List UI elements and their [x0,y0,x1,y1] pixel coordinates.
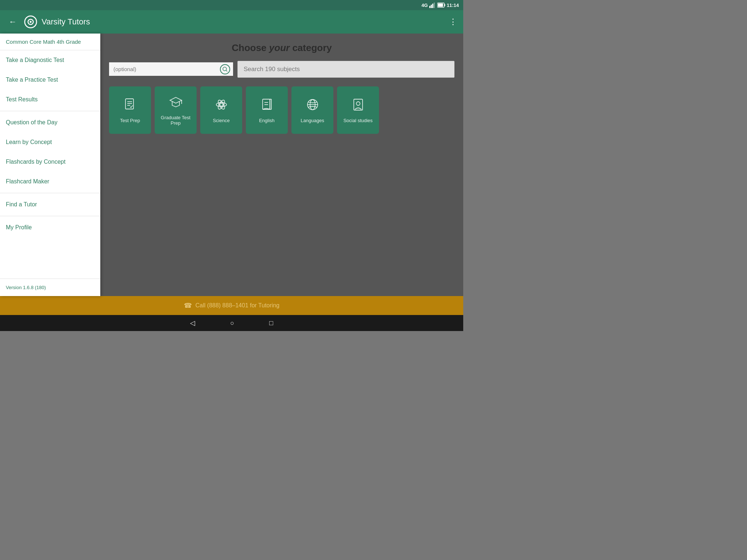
status-bar: 4G 11:14 [0,0,463,10]
svg-rect-32 [354,99,363,110]
search-subjects-input[interactable] [237,61,454,78]
sidebar-current-subject: Common Core Math 4th Grade [0,34,100,50]
svg-point-9 [30,21,31,23]
categories-row: Test Prep Graduate Test Prep [109,86,454,134]
sidebar-version: Version 1.6.8 (180) [0,279,100,296]
category-card-science[interactable]: Science [200,86,242,134]
graduate-test-prep-label: Graduate Test Prep [155,115,197,126]
more-options-button[interactable]: ⋮ [449,17,457,27]
app-title: Varsity Tutors [42,17,90,27]
app-bar-left: ← Varsity Tutors [6,15,90,28]
category-card-english[interactable]: English [246,86,288,134]
svg-point-18 [220,103,223,106]
sidebar-item-flashcard-maker[interactable]: Flashcard Maker [0,172,100,191]
sidebar: Common Core Math 4th Grade Take a Diagno… [0,34,100,296]
page-title: Choose your category [109,42,454,54]
svg-point-33 [356,102,360,105]
signal-bars-icon [429,2,436,8]
sidebar-item-test-results[interactable]: Test Results [0,90,100,109]
svg-rect-6 [438,4,443,7]
social-studies-label: Social studies [341,118,375,123]
nav-home-button[interactable]: ○ [227,318,237,328]
svg-rect-0 [429,6,430,8]
test-prep-icon [123,97,138,114]
signal-indicator: 4G [421,3,427,8]
english-icon [260,97,274,114]
sidebar-item-practice-test[interactable]: Take a Practice Test [0,70,100,90]
filter-input-wrap [109,62,233,77]
social-studies-icon [351,97,365,114]
android-nav-bar: ◁ ○ □ [0,315,463,331]
back-button[interactable]: ← [6,16,20,28]
test-prep-label: Test Prep [118,118,142,123]
sidebar-item-my-profile[interactable]: My Profile [0,218,100,237]
sidebar-item-diagnostic-test[interactable]: Take a Diagnostic Test [0,50,100,70]
main-layout: Common Core Math 4th Grade Take a Diagno… [0,34,463,296]
time-display: 11:14 [447,3,459,8]
graduate-test-prep-icon [169,94,183,111]
nav-back-button[interactable]: ◁ [187,318,198,328]
sidebar-item-find-a-tutor[interactable]: Find a Tutor [0,195,100,214]
svg-rect-5 [444,4,445,6]
sidebar-divider-2 [0,193,100,193]
app-bar: ← Varsity Tutors ⋮ [0,10,463,34]
category-card-languages[interactable]: Languages [291,86,333,134]
sidebar-divider-3 [0,216,100,216]
svg-rect-12 [125,99,133,109]
svg-rect-3 [434,3,435,8]
svg-marker-16 [170,97,182,103]
phone-icon: ☎ [184,302,192,310]
filter-input[interactable] [109,62,233,77]
category-card-graduate-test-prep[interactable]: Graduate Test Prep [155,86,197,134]
sidebar-item-learn-by-concept[interactable]: Learn by Concept [0,132,100,152]
svg-rect-1 [431,5,432,8]
svg-line-11 [226,70,227,71]
choose-title-italic: your [269,42,290,53]
filter-icon-button[interactable] [220,64,230,74]
sidebar-item-flashcards-by-concept[interactable]: Flashcards by Concept [0,152,100,172]
nav-recent-button[interactable]: □ [266,318,276,328]
svg-point-10 [223,67,227,71]
battery-icon [437,3,445,8]
science-label: Science [210,118,232,123]
svg-rect-22 [263,99,270,109]
category-card-test-prep[interactable]: Test Prep [109,86,151,134]
filter-icon [222,67,228,72]
status-icons: 4G 11:14 [421,2,459,8]
sidebar-item-question-of-day[interactable]: Question of the Day [0,113,100,132]
tutoring-bar: ☎ Call (888) 888–1401 for Tutoring [0,296,463,315]
tutoring-text[interactable]: Call (888) 888–1401 for Tutoring [196,302,279,309]
languages-icon [305,97,320,114]
choose-title-text1: Choose [232,42,269,53]
content-area: Choose your category [100,34,463,296]
english-label: English [257,118,277,123]
choose-title-text2: category [290,42,332,53]
science-icon [214,97,229,114]
languages-label: Languages [298,118,326,123]
search-row [109,61,454,78]
sidebar-divider-1 [0,111,100,111]
category-card-social-studies[interactable]: Social studies [337,86,379,134]
svg-rect-2 [432,4,433,8]
app-logo-icon [24,15,37,28]
